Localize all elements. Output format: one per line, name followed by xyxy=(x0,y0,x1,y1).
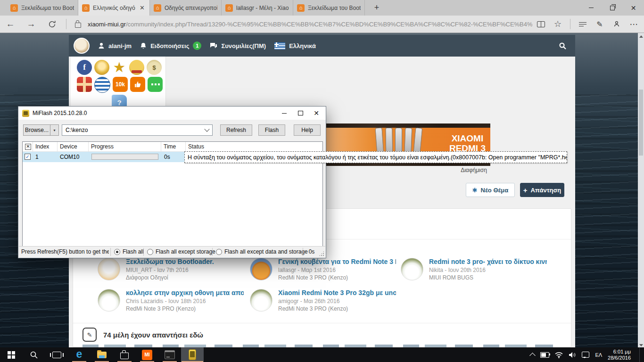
thread-category[interactable]: Διάφοροι Οδηγοί xyxy=(126,274,214,281)
show-desktop-button[interactable] xyxy=(639,347,642,362)
task-view-button[interactable] xyxy=(45,347,68,362)
browser-close-button[interactable]: ✕ xyxy=(623,0,644,16)
radio-icon[interactable] xyxy=(216,249,222,255)
scroll-up-arrow[interactable] xyxy=(638,33,644,40)
wifi-icon[interactable] xyxy=(555,352,563,358)
search-button[interactable] xyxy=(559,42,567,50)
thread-item[interactable]: Ξεκλείδωμα του Bootloader. MIUI_ART - Ια… xyxy=(98,258,245,281)
refresh-button[interactable]: Refresh xyxy=(220,124,252,136)
thread-avatar[interactable] xyxy=(401,258,423,280)
thread-category[interactable]: RedMi Note 3 PRO (Kenzo) xyxy=(278,305,396,312)
thread-title[interactable]: Xiaomi Redmi Note 3 Pro 32gb με unoff... xyxy=(278,289,396,296)
column-header-time[interactable]: Time xyxy=(161,142,186,152)
tab-3[interactable]: ⌂ Οδηγός απενεργοποίησης xyxy=(150,0,222,16)
column-header-device[interactable]: Device xyxy=(58,142,89,152)
miflash-minimize-button[interactable] xyxy=(277,107,292,120)
new-topic-button[interactable]: ✱ Νέο Θέμα xyxy=(466,183,515,197)
thread-title[interactable]: Redmi note 3 pro- χάνει το δίκτυο κινη..… xyxy=(429,258,547,265)
10k-badge-icon: 10k xyxy=(113,77,128,92)
row-checkbox[interactable]: ✓ xyxy=(25,154,31,160)
hub-button[interactable] xyxy=(574,16,591,33)
thread-category[interactable]: MIUI ROM BUGS xyxy=(429,274,547,281)
language-indicator[interactable]: ΕΛ xyxy=(595,352,602,358)
browse-dropdown-arrow[interactable]: ▾ xyxy=(50,125,58,135)
thread-avatar[interactable] xyxy=(98,289,120,312)
language-menu[interactable]: Ελληνικά xyxy=(274,42,316,49)
volume-icon[interactable] xyxy=(569,352,576,358)
taskbar-file-explorer-button[interactable] xyxy=(91,347,113,362)
thread-title[interactable]: κολλησε στην αρχικη οθονη μετα απο fl... xyxy=(126,289,244,296)
thread-item[interactable]: κολλησε στην αρχικη οθονη μετα απο fl...… xyxy=(98,289,245,312)
user-avatar[interactable] xyxy=(74,38,90,54)
column-header-progress[interactable]: Progress xyxy=(89,142,161,152)
thread-category[interactable]: RedMi Note 3 PRO (Kenzo) xyxy=(278,274,396,281)
taskbar-mi-button[interactable]: MI xyxy=(136,347,158,362)
radio-flash-except-data-storage[interactable]: Flash all except data and storage xyxy=(216,248,308,255)
share-button[interactable] xyxy=(608,16,625,33)
thread-avatar[interactable] xyxy=(250,289,272,312)
tab-4[interactable]: ⌂ lallasgr - Μέλη - Xiaomi-Mi xyxy=(222,0,293,16)
page-scrollbar[interactable] xyxy=(638,33,644,347)
search-icon xyxy=(559,42,567,50)
radio-icon[interactable] xyxy=(114,249,120,255)
web-note-button[interactable]: ✎ xyxy=(591,16,608,33)
flash-button[interactable]: Flash xyxy=(258,124,285,136)
column-header-index[interactable]: Index xyxy=(33,142,58,152)
tab-2-active[interactable]: ⌂ Ελληνικός οδηγός αλλο ✕ xyxy=(78,0,150,16)
messages-menu[interactable]: Συνομιλίες(ΠΜ) xyxy=(210,42,266,49)
select-all-checkbox[interactable]: ✕ xyxy=(25,144,31,150)
thread-title[interactable]: Γενική κουβέντα για το Redmi Note 3 Pro xyxy=(278,258,396,265)
thread-item[interactable]: Γενική κουβέντα για το Redmi Note 3 Pro … xyxy=(250,258,397,281)
favorites-button[interactable]: ☆ xyxy=(549,16,566,33)
reading-view-button[interactable] xyxy=(532,16,549,33)
forward-icon: → xyxy=(27,19,36,29)
browse-label[interactable]: Browse... xyxy=(24,125,50,135)
thread-title[interactable]: Ξεκλείδωμα του Bootloader. xyxy=(126,258,214,265)
scrollbar-thumb[interactable] xyxy=(639,90,643,156)
tab-close-icon[interactable]: ✕ xyxy=(139,4,146,11)
thread-item[interactable]: Redmi note 3 pro- χάνει το δίκτυο κινη..… xyxy=(401,258,548,281)
battery-icon[interactable] xyxy=(540,352,549,358)
thread-avatar[interactable] xyxy=(98,258,120,280)
start-button[interactable] xyxy=(0,347,23,362)
user-menu[interactable]: alani-jm xyxy=(98,42,132,49)
thread-avatar[interactable] xyxy=(250,258,272,280)
restore-icon xyxy=(610,6,615,10)
browse-split-button[interactable]: Browse... ▾ xyxy=(23,124,59,136)
tab-5[interactable]: ⌂ Ξεκλείδωμα του Bootloade xyxy=(293,0,365,16)
select-all-header-cell[interactable]: ✕ xyxy=(23,142,33,152)
action-center-icon[interactable] xyxy=(582,352,589,358)
taskbar-clock[interactable]: 6:01 μμ 28/6/2016 xyxy=(608,349,631,361)
path-value[interactable]: C:\kenzo xyxy=(66,127,205,133)
tab-1[interactable]: ⌂ Ξεκλείδωμα του Bootloade xyxy=(7,0,78,16)
scroll-down-arrow[interactable] xyxy=(638,341,644,347)
taskbar-search-button[interactable] xyxy=(23,347,45,362)
refresh-button[interactable] xyxy=(41,20,62,28)
notifications-menu[interactable]: Ειδοποιήσεις 1 xyxy=(140,41,201,50)
taskbar-store-button[interactable] xyxy=(113,347,136,362)
miflash-close-button[interactable]: ✕ xyxy=(309,107,324,120)
taskbar-miflash-button[interactable] xyxy=(181,347,204,362)
new-tab-button[interactable]: + xyxy=(369,0,385,16)
thread-category[interactable]: RedMi Note 3 PRO (Kenzo) xyxy=(126,305,244,312)
help-button[interactable]: Help xyxy=(294,124,321,136)
radio-flash-except-storage[interactable]: Flash all except storage xyxy=(147,248,215,255)
miflash-maximize-button[interactable] xyxy=(293,107,308,120)
badge-row: 10k xyxy=(77,77,165,93)
thread-item[interactable]: Xiaomi Redmi Note 3 Pro 32gb με unoff...… xyxy=(250,289,397,312)
column-header-status[interactable]: Status xyxy=(186,142,322,152)
radio-icon[interactable] xyxy=(147,249,153,255)
miflash-window[interactable]: MiFlash 2015.10.28.0 ✕ Browse... ▾ C:\ke… xyxy=(18,106,326,258)
url-field[interactable]: xiaomi-miui.gr/community/index.php/Threa… xyxy=(88,21,532,28)
path-combobox[interactable]: C:\kenzo xyxy=(62,124,213,136)
radio-flash-all[interactable]: Flash all xyxy=(114,248,144,255)
more-button[interactable]: ⋯ xyxy=(625,16,642,33)
forward-button[interactable]: → xyxy=(21,19,41,29)
taskbar-cmd-button[interactable] xyxy=(158,347,181,362)
back-button[interactable]: ← xyxy=(0,19,21,29)
chevron-up-icon[interactable] xyxy=(530,353,536,359)
browser-restore-button[interactable] xyxy=(602,0,623,16)
browser-minimize-button[interactable] xyxy=(580,0,602,16)
taskbar-edge-button[interactable]: e xyxy=(68,347,91,362)
reply-button[interactable]: + Απάντηση xyxy=(520,183,564,197)
